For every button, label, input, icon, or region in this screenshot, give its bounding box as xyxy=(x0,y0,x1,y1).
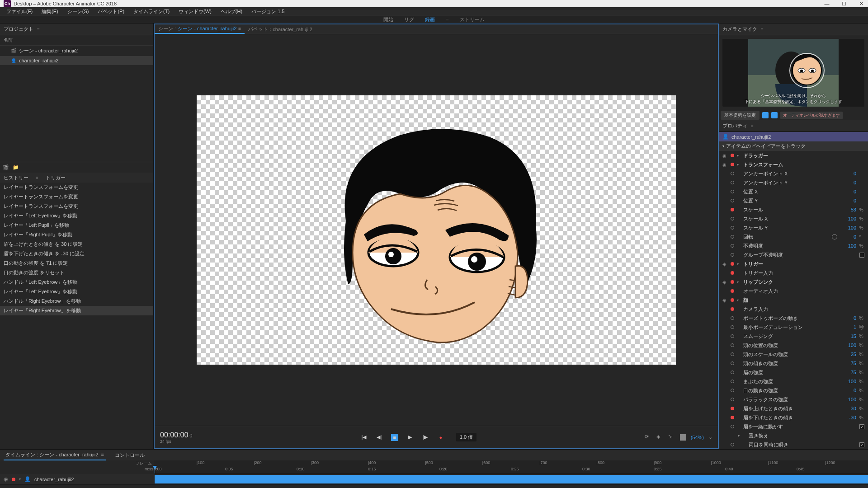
property-row[interactable]: 眉を下げたときの傾き-30% xyxy=(719,413,868,422)
record-arm-icon[interactable] xyxy=(731,217,734,221)
step-back-button[interactable]: ◀| xyxy=(376,434,383,441)
property-row[interactable]: オーディオ入力 xyxy=(719,286,868,296)
property-value[interactable]: 75 xyxy=(840,361,856,366)
property-row[interactable]: 眉を上げたときの傾き30% xyxy=(719,404,868,413)
controls-tab[interactable]: コントロール xyxy=(113,450,146,460)
play-button[interactable]: ▶ xyxy=(406,434,414,441)
history-item[interactable]: ハンドル「Left Eyebrow」を移動 xyxy=(0,277,153,287)
property-group-header[interactable]: ◉▾リップシンク xyxy=(719,277,868,286)
step-forward-button[interactable]: |▶ xyxy=(422,434,429,441)
record-arm-icon[interactable] xyxy=(731,163,734,166)
history-item[interactable]: レイヤー「Left Pupil」を移動 xyxy=(0,221,153,230)
visibility-icon[interactable]: ◉ xyxy=(722,298,728,303)
property-row[interactable]: 口の動きの強度0% xyxy=(719,386,868,395)
record-arm-icon[interactable] xyxy=(731,154,734,157)
property-value[interactable]: 0 xyxy=(840,171,856,176)
record-arm-icon[interactable] xyxy=(731,199,734,202)
property-value[interactable]: 1 xyxy=(840,324,856,330)
history-item[interactable]: 眉を上げたときの傾き を 30 に設定 xyxy=(0,239,153,249)
record-arm-icon[interactable] xyxy=(731,307,734,311)
timeline-ruler[interactable]: |100|200|300|400|500|600|700|800|900|100… xyxy=(154,460,868,474)
panel-menu-icon[interactable]: ≡ xyxy=(761,27,764,32)
track-clip[interactable] xyxy=(155,475,868,483)
visibility-icon[interactable]: ◉ xyxy=(722,162,728,167)
property-row[interactable]: 位置 Y0 xyxy=(719,196,868,205)
panel-menu-icon[interactable]: ≡ xyxy=(238,26,241,31)
visibility-icon[interactable]: ◉ xyxy=(4,476,8,482)
property-value[interactable]: 0 xyxy=(840,388,856,393)
workspace-record[interactable]: 録画 xyxy=(425,16,435,23)
history-item[interactable]: レイヤートランスフォームを変更 xyxy=(0,202,153,211)
property-row[interactable]: 両目を同時に瞬き xyxy=(719,440,868,449)
property-value[interactable]: 100 xyxy=(840,225,856,230)
menu-puppet[interactable]: パペット(P) xyxy=(94,7,128,16)
record-arm-icon[interactable] xyxy=(731,389,734,392)
set-rest-pose-button[interactable]: 基本姿勢を設定 xyxy=(721,111,760,120)
property-row[interactable]: グループ不透明度 xyxy=(719,250,868,259)
workspace-rig[interactable]: リグ xyxy=(404,16,414,23)
visibility-icon[interactable]: ◉ xyxy=(722,262,728,267)
property-row[interactable]: スムージング15% xyxy=(719,332,868,341)
chevron-down-icon[interactable]: ▾ xyxy=(19,477,21,481)
new-scene-icon[interactable]: 🎬 xyxy=(3,164,9,170)
property-row[interactable]: トリガー入力 xyxy=(719,268,868,277)
go-to-start-button[interactable]: |◀ xyxy=(360,434,368,441)
zoom-percent[interactable]: (54%) xyxy=(691,435,704,440)
property-row[interactable]: まぶたの強度100% xyxy=(719,377,868,386)
minimize-button[interactable]: — xyxy=(824,0,830,7)
record-arm-icon[interactable] xyxy=(731,371,734,374)
property-row[interactable]: 位置 X0 xyxy=(719,187,868,196)
property-value[interactable]: 53 xyxy=(840,207,856,212)
property-value[interactable]: 100 xyxy=(840,343,856,348)
record-arm-icon[interactable] xyxy=(731,398,734,401)
snapshot-icon[interactable]: ◈ xyxy=(656,434,664,441)
record-arm-icon[interactable] xyxy=(731,208,734,211)
history-item[interactable]: 口の動きの強度 をリセット xyxy=(0,268,153,277)
puppet-tab[interactable]: パペット : character_rahujii2 xyxy=(245,24,316,34)
property-row[interactable]: 最小ポーズデュレーション1秒 xyxy=(719,323,868,332)
timeline-track[interactable]: ◉ ▾ 👤 character_rahujii2 xyxy=(0,474,868,485)
property-row[interactable]: カメラ入力 xyxy=(719,305,868,314)
record-arm-icon[interactable] xyxy=(731,253,734,257)
property-row[interactable]: スケール X100% xyxy=(719,214,868,223)
record-arm-icon[interactable] xyxy=(731,190,734,193)
export-icon[interactable]: ⇲ xyxy=(668,434,675,441)
record-arm-icon[interactable] xyxy=(731,316,734,320)
property-value[interactable]: 0 xyxy=(840,198,856,203)
property-value[interactable]: 0 xyxy=(840,315,856,321)
tab-trigger[interactable]: トリガー xyxy=(46,174,66,181)
property-value[interactable]: 100 xyxy=(840,397,856,402)
property-row[interactable]: 頭の傾きの強度75% xyxy=(719,359,868,368)
property-row[interactable]: スケール Y100% xyxy=(719,223,868,232)
property-value[interactable]: 100 xyxy=(840,243,856,249)
property-puppet-header[interactable]: 👤 character_rahujii2 xyxy=(719,132,868,141)
property-row[interactable]: 頭の位置の強度100% xyxy=(719,341,868,350)
record-arm-icon[interactable] xyxy=(731,262,734,266)
history-item[interactable]: レイヤー「Right Eyebrow」を移動 xyxy=(0,306,153,315)
property-row[interactable]: パララックスの強度100% xyxy=(719,395,868,404)
refresh-icon[interactable]: ⟳ xyxy=(645,434,652,441)
menu-file[interactable]: ファイル(F) xyxy=(3,7,36,16)
property-row[interactable]: 眉を一緒に動かす xyxy=(719,422,868,431)
panel-menu-icon[interactable]: ≡ xyxy=(36,175,38,180)
property-checkbox[interactable] xyxy=(859,253,864,258)
record-button[interactable]: ● xyxy=(437,434,444,441)
record-arm-icon[interactable] xyxy=(731,425,734,428)
property-group-header[interactable]: ◉▾トリガー xyxy=(719,259,868,268)
menu-timeline[interactable]: タイムライン(T) xyxy=(130,7,173,16)
record-arm-icon[interactable] xyxy=(731,298,734,302)
history-item[interactable]: 眉を下げたときの傾き を -30 に設定 xyxy=(0,249,153,258)
workspace-stream[interactable]: ストリーム xyxy=(460,16,485,23)
record-arm-icon[interactable] xyxy=(731,280,734,284)
mic-toggle-icon[interactable] xyxy=(771,112,778,118)
record-arm-icon[interactable] xyxy=(731,334,734,338)
zoom-dropdown-icon[interactable]: ⌄ xyxy=(708,434,712,440)
record-arm-icon[interactable] xyxy=(731,271,734,275)
panel-menu-icon[interactable]: ≡ xyxy=(37,27,40,32)
history-item[interactable]: レイヤートランスフォームを変更 xyxy=(0,192,153,202)
visibility-icon[interactable]: ◉ xyxy=(722,153,728,158)
record-arm-icon[interactable] xyxy=(731,226,734,230)
checker-icon[interactable] xyxy=(680,434,686,441)
record-arm-icon[interactable] xyxy=(731,325,734,329)
property-value[interactable]: -30 xyxy=(840,415,856,420)
